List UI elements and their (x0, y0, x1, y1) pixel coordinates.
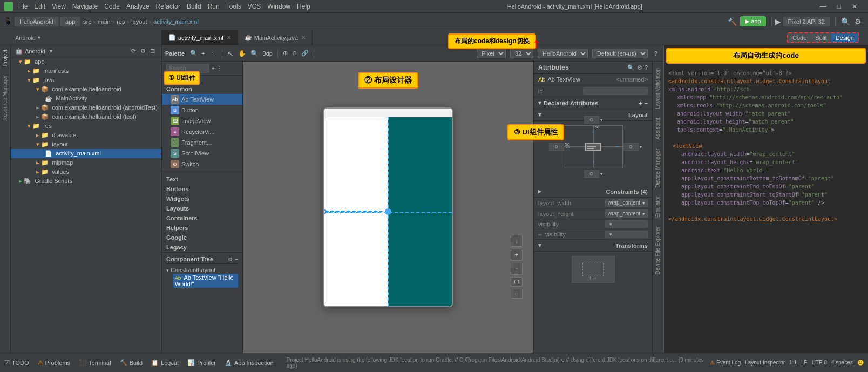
declared-attrs-section[interactable]: ▾ Declared Attributes + − (534, 97, 652, 109)
project-side-tab[interactable]: Project (1, 45, 9, 71)
palette-text[interactable]: Text (162, 174, 242, 184)
tree-item-package1[interactable]: ▾ 📦 com.example.helloandroid (11, 85, 161, 94)
zoom-in-icon[interactable]: 🔍 (250, 50, 259, 57)
zoom-in-canvas-btn[interactable]: + (511, 249, 523, 261)
collapse-icon[interactable]: ⊟ (150, 48, 155, 55)
layout-validation-tab[interactable]: Layout Validation (654, 64, 662, 113)
menu-edit[interactable]: Edit (34, 3, 45, 10)
palette-fragment[interactable]: F Fragment... (162, 137, 242, 148)
constraints-section[interactable]: ▸ Constraints (4) (534, 186, 652, 198)
tree-item-activity-main[interactable]: 📄 activity_main.xml (11, 149, 161, 158)
zoom-to-fit-btn[interactable]: ↓ (511, 235, 523, 247)
constraint-icon[interactable]: ⊕ (283, 50, 288, 57)
menu-help[interactable]: Help (297, 3, 310, 10)
tree-item-gradle[interactable]: ▸ 🐘 Gradle Scripts (11, 177, 161, 186)
fit-screen-btn[interactable]: □ (511, 289, 523, 299)
pixel-dropdown[interactable]: Pixel (477, 49, 506, 58)
palette-legacy[interactable]: Legacy (162, 242, 242, 252)
tab-activity-main[interactable]: 📄 activity_main.xml ✕ (162, 30, 238, 45)
design-view-btn[interactable]: Design (831, 33, 858, 42)
sync-icon[interactable]: ⟳ (131, 48, 136, 55)
zoom-out-canvas-btn[interactable]: − (511, 263, 523, 275)
infer-icon[interactable]: 🔗 (301, 50, 309, 57)
palette-add-icon[interactable]: + (212, 65, 215, 71)
constraint-top-input[interactable] (584, 116, 599, 124)
tree-item-mipmap[interactable]: ▸ 📁 mipmap (11, 158, 161, 167)
tree-item-app[interactable]: ▾ 📁 app (11, 57, 161, 66)
app-inspection-btn[interactable]: 🔬 App Inspection (225, 359, 276, 366)
more-options-icon[interactable]: ⋮ (209, 50, 215, 57)
attr-gear-icon[interactable]: ⚙ (637, 64, 642, 71)
close-tab-1[interactable]: ✕ (227, 35, 231, 40)
device-manager-tab[interactable]: Device Manager (654, 144, 662, 192)
comp-tree-gear[interactable]: ⚙ (228, 256, 233, 262)
palette-containers[interactable]: Containers (162, 213, 242, 223)
tree-item-test[interactable]: ▸ 📦 com.example.helloandroid (test) (11, 112, 161, 121)
menu-build[interactable]: Build (187, 3, 201, 10)
project-tree-tab[interactable]: Android ▾ (11, 30, 162, 45)
attr-help-icon[interactable]: ? (645, 64, 648, 71)
constraint-right-dropdown[interactable]: ▾ (640, 145, 642, 150)
visibility2-value[interactable]: ▾ (605, 231, 648, 238)
run-icon[interactable]: ▶ (775, 17, 781, 26)
menu-window[interactable]: Window (267, 3, 290, 10)
pan-tool-icon[interactable]: ✋ (238, 50, 246, 57)
tree-item-androidtest[interactable]: ▸ 📦 com.example.helloandroid (androidTes… (11, 103, 161, 112)
palette-recyclerview[interactable]: ≡ RecyclerVi... (162, 126, 242, 137)
tree-item-mainactivity[interactable]: ☕ MainActivity (11, 94, 161, 103)
terminal-btn[interactable]: ⬛ Terminal (79, 359, 113, 366)
palette-buttons[interactable]: Buttons (162, 184, 242, 194)
gear-icon[interactable]: ⚙ (140, 48, 146, 55)
layout-inspector-btn[interactable]: Layout Inspector (745, 360, 785, 366)
close-btn[interactable]: ✕ (852, 3, 857, 10)
tree-item-values[interactable]: ▸ 📁 values (11, 167, 161, 177)
constraint-right-input[interactable] (623, 143, 639, 151)
profiler-btn[interactable]: 📊 Profiler (187, 359, 218, 366)
maximize-btn[interactable]: □ (837, 3, 841, 10)
palette-more-icon[interactable]: ⋮ (217, 65, 222, 71)
tree-dropdown[interactable]: ▾ (50, 48, 52, 54)
tree-item-drawable[interactable]: ▸ 📁 drawable (11, 131, 161, 140)
palette-google[interactable]: Google (162, 233, 242, 242)
menu-refactor[interactable]: Refactor (156, 3, 180, 10)
add-component-icon[interactable]: + (201, 50, 205, 57)
menu-run[interactable]: Run (208, 3, 220, 10)
menu-code[interactable]: Code (104, 3, 120, 10)
add-attr-icon[interactable]: + (639, 100, 642, 106)
actual-size-btn[interactable]: 1:1 (511, 277, 523, 287)
palette-helpers[interactable]: Helpers (162, 223, 242, 233)
minimize-btn[interactable]: — (820, 3, 826, 10)
tree-item-java[interactable]: ▾ 📁 java (11, 76, 161, 85)
tree-item-layout[interactable]: ▾ 📁 layout (11, 140, 161, 149)
constraint-bottom-input[interactable] (584, 170, 599, 178)
module-label[interactable]: app (60, 17, 80, 26)
palette-common[interactable]: Common (162, 84, 242, 94)
device-file-explorer-tab[interactable]: Device File Explorer (654, 222, 662, 279)
menu-vcs[interactable]: VCS (248, 3, 261, 10)
assistant-tab[interactable]: Assistant (654, 113, 662, 144)
attr-search-icon[interactable]: 🔍 (627, 64, 635, 71)
settings-icon[interactable]: ⚙ (855, 17, 862, 26)
api-dropdown[interactable]: 32 (510, 49, 533, 58)
layout-width-value[interactable]: wrap_content ▾ (605, 199, 648, 207)
palette-textview[interactable]: Ab Ab TextView (162, 94, 242, 105)
run-button[interactable]: ▶ app (740, 16, 765, 26)
search-toolbar-icon[interactable]: 🔍 (841, 17, 850, 26)
close-tab-2[interactable]: ✕ (301, 35, 306, 40)
transforms-section[interactable]: ▾ Transforms (534, 240, 652, 252)
layout-height-value[interactable]: wrap_content ▾ (605, 209, 648, 218)
attr-id-input[interactable] (583, 87, 648, 95)
menu-tools[interactable]: Tools (226, 3, 241, 10)
comp-tree-constraint[interactable]: ▾ ConstraintLayout (166, 266, 238, 274)
hammer-icon[interactable]: 🔨 (728, 17, 737, 26)
visibility-value[interactable]: ▾ (605, 220, 648, 228)
comp-tree-textview[interactable]: Ab Ab TextView "Hello World!" (173, 274, 238, 288)
problems-btn[interactable]: ⚠ Problems (38, 359, 72, 366)
logcat-btn[interactable]: 📋 Logcat (151, 359, 181, 366)
palette-widgets[interactable]: Widgets (162, 194, 242, 204)
help-btn[interactable]: ? (652, 49, 660, 58)
select-tool-icon[interactable]: ↖ (227, 49, 234, 58)
constraint-left-input[interactable] (549, 143, 564, 151)
constraint-top-dropdown[interactable]: ▾ (600, 118, 602, 123)
palette-button[interactable]: B Button (162, 105, 242, 116)
